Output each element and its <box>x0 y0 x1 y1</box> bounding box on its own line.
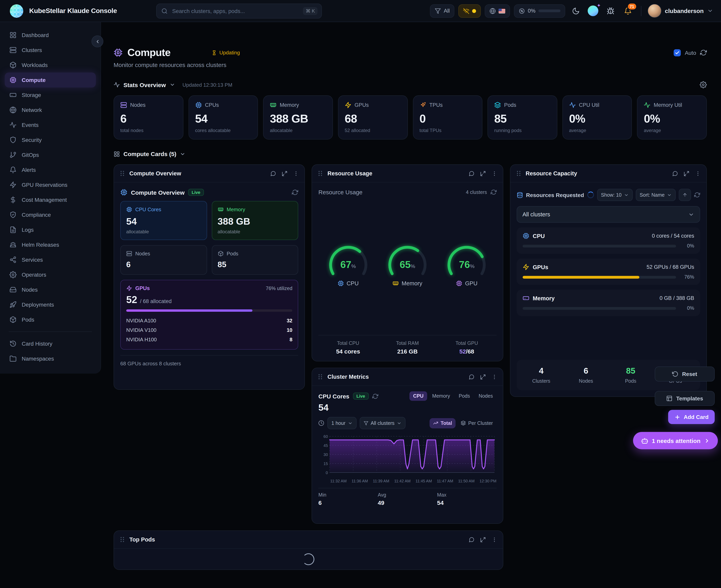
templates-button[interactable]: Templates <box>655 391 715 406</box>
y-tick-label: 60 <box>319 434 328 439</box>
metric-current-value: 54 <box>319 402 497 413</box>
expand-icon[interactable] <box>480 374 486 380</box>
tab-pods[interactable]: Pods <box>455 391 474 401</box>
chevron-down-icon[interactable] <box>180 151 185 157</box>
theme-toggle-button[interactable] <box>569 4 582 18</box>
sidebar-item-storage[interactable]: Storage <box>5 87 96 103</box>
drag-handle-icon[interactable] <box>318 374 323 380</box>
sidebar-item-clusters[interactable]: Clusters <box>5 43 96 58</box>
sidebar-collapse-button[interactable] <box>92 36 103 47</box>
sidebar-item-nodes[interactable]: Nodes <box>5 282 96 297</box>
top-pods-loading <box>114 549 503 569</box>
language-button[interactable] <box>485 4 510 18</box>
notifications-button[interactable]: 71 <box>621 4 635 18</box>
time-range-select[interactable]: 1 hour <box>327 417 357 429</box>
sidebar-item-logs[interactable]: Logs <box>5 222 96 237</box>
view-per-cluster-button[interactable]: Per Cluster <box>457 418 496 428</box>
x-tick-label: 11:39 AM <box>373 479 389 483</box>
chat-icon[interactable] <box>672 170 678 176</box>
user-menu[interactable]: clubanderson <box>647 4 713 18</box>
y-tick-label: 15 <box>319 462 328 466</box>
globe-icon <box>9 106 17 113</box>
view-total-button[interactable]: Total <box>429 418 456 428</box>
cluster-filter-select[interactable]: All clusters <box>360 417 406 429</box>
kebab-menu-icon[interactable] <box>293 170 299 176</box>
debug-button[interactable] <box>604 4 617 18</box>
stats-overview-title[interactable]: Stats Overview <box>123 81 166 88</box>
sidebar-item-operators[interactable]: Operators <box>5 267 96 282</box>
usage-meter-button[interactable]: 0% <box>514 4 565 18</box>
trending-up-icon <box>433 420 438 426</box>
chart-controls: 1 hour All clusters Total Per Cluster <box>319 417 497 429</box>
expand-icon[interactable] <box>282 170 288 176</box>
kebab-menu-icon[interactable] <box>491 374 497 380</box>
tab-cpu[interactable]: CPU <box>409 391 427 401</box>
sidebar-item-gpu-reservations[interactable]: GPU Reservations <box>5 177 96 192</box>
cpu-gauge: 67% CPU <box>322 244 374 287</box>
sort-direction-button[interactable] <box>679 189 691 201</box>
refresh-icon[interactable] <box>700 49 707 56</box>
refresh-icon[interactable] <box>372 393 378 399</box>
kebab-menu-icon[interactable] <box>491 537 497 543</box>
kebab-menu-icon[interactable] <box>695 170 701 176</box>
chat-icon[interactable] <box>468 374 474 380</box>
chat-icon[interactable] <box>271 170 276 176</box>
compute-cards-title[interactable]: Compute Cards (5) <box>123 150 176 157</box>
show-count-select[interactable]: Show: 10 <box>597 189 633 201</box>
gpu-capacity-track <box>522 276 676 278</box>
chevron-left-icon <box>95 39 100 44</box>
compute-overview-card: Compute Overview Compute Overview Live <box>114 164 305 390</box>
sidebar-item-security[interactable]: Security <box>5 132 96 147</box>
global-search[interactable]: ⌘ K <box>156 3 322 18</box>
drag-handle-icon[interactable] <box>120 170 125 176</box>
sidebar-item-dashboard[interactable]: Dashboard <box>5 27 96 43</box>
needs-attention-button[interactable]: 1 needs attention <box>633 432 718 449</box>
connection-status-button[interactable] <box>458 4 481 18</box>
sidebar-item-compute[interactable]: Compute <box>5 72 96 87</box>
sidebar-item-network[interactable]: Network <box>5 103 96 118</box>
tab-memory[interactable]: Memory <box>429 391 454 401</box>
layers-icon <box>494 102 501 108</box>
chat-icon[interactable] <box>468 170 474 176</box>
sidebar-item-gitops[interactable]: GitOps <box>5 147 96 162</box>
refresh-icon[interactable] <box>490 189 496 195</box>
chat-icon[interactable] <box>468 537 474 543</box>
filter-all-button[interactable]: All <box>430 4 454 18</box>
sidebar-item-alerts[interactable]: Alerts <box>5 162 96 177</box>
moon-icon <box>572 7 580 15</box>
assistant-sphere-icon: ✦ <box>588 5 598 16</box>
refresh-icon[interactable] <box>694 192 700 198</box>
expand-icon[interactable] <box>480 537 486 543</box>
sort-select[interactable]: Sort: Name <box>636 189 676 201</box>
sidebar-item-cost-management[interactable]: Cost Management <box>5 192 96 207</box>
auto-refresh-checkbox[interactable] <box>674 49 681 56</box>
drag-handle-icon[interactable] <box>120 537 125 543</box>
sidebar-item-helm-releases[interactable]: Helm Releases <box>5 237 96 252</box>
gpu-model-row: NVIDIA V10010 <box>126 325 293 335</box>
refresh-icon[interactable] <box>292 189 298 195</box>
chevron-down-icon[interactable] <box>169 82 175 87</box>
tab-nodes[interactable]: Nodes <box>475 391 496 401</box>
sidebar-item-namespaces[interactable]: Namespaces <box>5 351 96 366</box>
drag-handle-icon[interactable] <box>516 170 521 176</box>
expand-icon[interactable] <box>683 170 689 176</box>
sidebar-item-card-history[interactable]: Card History <box>5 336 96 351</box>
settings-gear-icon[interactable] <box>700 81 707 88</box>
x-tick-label: 11:32 AM <box>330 479 347 483</box>
expand-icon[interactable] <box>480 170 486 176</box>
kebab-menu-icon[interactable] <box>491 170 497 176</box>
grid-icon <box>9 31 17 39</box>
sidebar-item-deployments[interactable]: Deployments <box>5 297 96 312</box>
add-card-button[interactable]: Add Card <box>668 410 715 424</box>
assistant-button[interactable]: ✦ <box>586 4 600 18</box>
sidebar-item-events[interactable]: Events <box>5 118 96 132</box>
sidebar-item-compliance[interactable]: Compliance <box>5 207 96 222</box>
reset-button[interactable]: Reset <box>655 366 715 381</box>
sidebar-item-workloads[interactable]: Workloads <box>5 58 96 72</box>
search-input[interactable] <box>172 7 303 14</box>
cluster-select-dropdown[interactable]: All clusters <box>517 206 700 223</box>
sidebar-item-pods[interactable]: Pods <box>5 312 96 327</box>
sidebar-item-services[interactable]: Services <box>5 252 96 267</box>
app-logo[interactable] <box>9 4 24 18</box>
drag-handle-icon[interactable] <box>318 170 323 176</box>
